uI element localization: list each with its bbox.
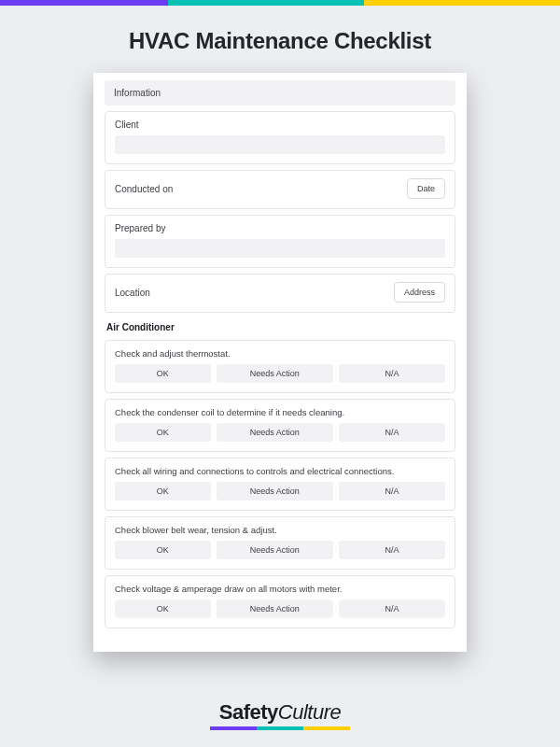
section-header-information: Information [105,80,455,106]
checklist-form: Information Client Conducted on Date Pre… [93,73,467,652]
question-text: Check blower belt wear, tension & adjust… [115,525,445,535]
field-label: Conducted on [115,184,173,194]
field-prepared-by: Prepared by [105,215,455,268]
question-block: Check voltage & amperage draw on all mot… [105,575,455,628]
logo-text-safety: Safety [219,700,278,724]
option-na[interactable]: N/A [339,541,445,559]
field-label: Client [115,120,445,130]
option-ok[interactable]: OK [115,541,211,559]
option-na[interactable]: N/A [339,482,445,500]
date-button[interactable]: Date [407,178,445,199]
option-needs-action[interactable]: Needs Action [217,423,333,442]
option-na[interactable]: N/A [339,364,445,383]
field-label: Location [115,288,150,298]
question-text: Check all wiring and connections to cont… [115,466,445,476]
question-block: Check blower belt wear, tension & adjust… [105,516,455,570]
option-needs-action[interactable]: Needs Action [217,599,333,618]
footer-logo: SafetyCulture [0,700,560,730]
client-input[interactable] [115,135,445,154]
option-ok[interactable]: OK [115,482,211,500]
option-needs-action[interactable]: Needs Action [217,364,333,383]
top-accent-stripe [0,0,560,6]
option-ok[interactable]: OK [115,423,211,442]
option-na[interactable]: N/A [339,423,445,442]
question-block: Check all wiring and connections to cont… [105,458,455,511]
field-conducted-on: Conducted on Date [105,170,455,209]
field-client: Client [105,111,455,164]
prepared-by-input[interactable] [115,239,445,258]
address-button[interactable]: Address [394,282,445,303]
logo-text-culture: Culture [278,700,341,724]
option-needs-action[interactable]: Needs Action [217,482,333,500]
question-text: Check voltage & amperage draw on all mot… [115,584,445,594]
option-na[interactable]: N/A [339,599,445,618]
page-title: HVAC Maintenance Checklist [0,28,560,54]
field-label: Prepared by [115,223,445,233]
option-ok[interactable]: OK [115,364,211,383]
field-location: Location Address [105,274,455,313]
option-needs-action[interactable]: Needs Action [217,541,333,559]
question-block: Check and adjust thermostat.OKNeeds Acti… [105,340,455,393]
question-text: Check the condenser coil to determine if… [115,407,445,417]
option-ok[interactable]: OK [115,599,211,618]
subsection-air-conditioner: Air Conditioner [106,322,455,332]
question-block: Check the condenser coil to determine if… [105,399,455,452]
question-text: Check and adjust thermostat. [115,348,445,359]
